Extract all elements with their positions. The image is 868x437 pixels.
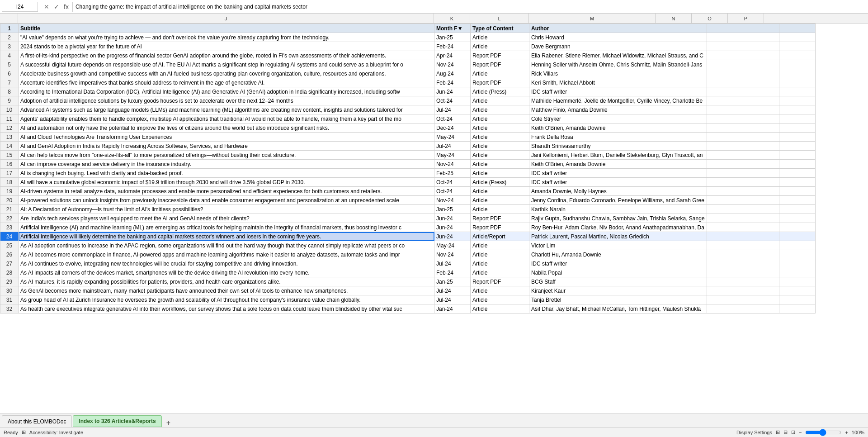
cell-month-25[interactable]: May-24 bbox=[434, 241, 471, 250]
cell-p-31[interactable] bbox=[779, 295, 815, 304]
cell-month-29[interactable]: Jan-25 bbox=[434, 277, 471, 286]
cell-author-28[interactable]: Nabila Popal bbox=[529, 268, 707, 277]
cell-p-21[interactable] bbox=[779, 205, 815, 214]
cell-p-3[interactable] bbox=[779, 42, 815, 51]
cell-subtitle-31[interactable]: As group head of AI at Zurich Insurance … bbox=[19, 295, 434, 304]
cell-p-9[interactable] bbox=[779, 96, 815, 105]
cell-subtitle-16[interactable]: AI can improve coverage and service deli… bbox=[19, 160, 434, 169]
cell-subtitle-4[interactable]: A first-of-its-kind perspective on the p… bbox=[19, 51, 434, 60]
cell-n-10[interactable] bbox=[707, 105, 743, 114]
cell-month-32[interactable]: Jan-24 bbox=[434, 304, 471, 314]
cell-reference-box[interactable] bbox=[2, 2, 38, 12]
cell-o-9[interactable] bbox=[743, 96, 779, 105]
cell-p-18[interactable] bbox=[779, 178, 815, 187]
cell-month-30[interactable]: Jul-24 bbox=[434, 286, 471, 295]
cell-author-3[interactable]: Dave Bergmann bbox=[529, 42, 707, 51]
cell-o-22[interactable] bbox=[743, 214, 779, 223]
cell-type-13[interactable]: Article bbox=[471, 133, 529, 142]
add-tab-button[interactable]: + bbox=[163, 419, 174, 427]
cell-author-24[interactable]: Patrick Laurent, Pascal Martino, Nicolas… bbox=[529, 232, 707, 241]
cell-subtitle-20[interactable]: AI-powered solutions can unlock insights… bbox=[19, 196, 434, 205]
cell-p-2[interactable] bbox=[779, 33, 815, 42]
cell-p-5[interactable] bbox=[779, 60, 815, 69]
cell-o-3[interactable] bbox=[743, 42, 779, 51]
cell-month-20[interactable]: Nov-24 bbox=[434, 196, 471, 205]
col-header-l[interactable]: L bbox=[470, 14, 529, 23]
cell-p-29[interactable] bbox=[779, 277, 815, 286]
cell-month-18[interactable]: Oct-24 bbox=[434, 178, 471, 187]
header-month[interactable]: Month F▼ bbox=[434, 24, 471, 33]
cell-o-8[interactable] bbox=[743, 87, 779, 96]
cell-month-31[interactable]: Jul-24 bbox=[434, 295, 471, 304]
cell-type-26[interactable]: Article bbox=[471, 250, 529, 259]
formula-input[interactable] bbox=[72, 2, 866, 12]
cell-p-15[interactable] bbox=[779, 151, 815, 160]
zoom-out-icon[interactable]: − bbox=[799, 430, 802, 435]
cell-n-13[interactable] bbox=[707, 133, 743, 142]
cell-o-31[interactable] bbox=[743, 295, 779, 304]
cell-month-28[interactable]: Feb-24 bbox=[434, 268, 471, 277]
cell-type-10[interactable]: Article bbox=[471, 105, 529, 114]
cell-author-29[interactable]: BCG Staff bbox=[529, 277, 707, 286]
cell-n-2[interactable] bbox=[707, 33, 743, 42]
cell-month-14[interactable]: Jul-24 bbox=[434, 142, 471, 151]
cell-type-25[interactable]: Article bbox=[471, 241, 529, 250]
cell-n-18[interactable] bbox=[707, 178, 743, 187]
cell-type-19[interactable]: Article bbox=[471, 187, 529, 196]
cell-subtitle-19[interactable]: AI-driven systems in retail analyze data… bbox=[19, 187, 434, 196]
cell-n-22[interactable] bbox=[707, 214, 743, 223]
cell-type-15[interactable]: Article bbox=[471, 151, 529, 160]
col-header-p[interactable]: P bbox=[728, 14, 764, 23]
cell-o-11[interactable] bbox=[743, 114, 779, 124]
cell-author-2[interactable]: Chris Howard bbox=[529, 33, 707, 42]
cell-type-3[interactable]: Article bbox=[471, 42, 529, 51]
cell-type-6[interactable]: Article bbox=[471, 69, 529, 78]
cell-subtitle-13[interactable]: AI and Cloud Technologies Are Transformi… bbox=[19, 133, 434, 142]
cell-subtitle-7[interactable]: Accenture identifies five imperatives th… bbox=[19, 78, 434, 87]
cell-subtitle-3[interactable]: 2024 stands to be a pivotal year for the… bbox=[19, 42, 434, 51]
cell-n-21[interactable] bbox=[707, 205, 743, 214]
col-header-k[interactable]: K bbox=[434, 14, 470, 23]
cell-author-8[interactable]: IDC staff writer bbox=[529, 87, 707, 96]
cell-month-10[interactable]: Jul-24 bbox=[434, 105, 471, 114]
cell-o-4[interactable] bbox=[743, 51, 779, 60]
col-header-n[interactable]: N bbox=[656, 14, 692, 23]
cell-p-32[interactable] bbox=[779, 304, 815, 314]
cell-p-14[interactable] bbox=[779, 142, 815, 151]
cell-n-32[interactable] bbox=[707, 304, 743, 314]
col-header-o[interactable]: O bbox=[692, 14, 728, 23]
cell-n-16[interactable] bbox=[707, 160, 743, 169]
cell-p-23[interactable] bbox=[779, 223, 815, 232]
view-normal-icon[interactable]: ⊞ bbox=[776, 429, 780, 435]
sheet-body[interactable]: 1 Subtitle Month F▼ Type of Content Auth… bbox=[0, 24, 868, 413]
cell-month-12[interactable]: Dec-24 bbox=[434, 124, 471, 133]
cell-type-28[interactable]: Article bbox=[471, 268, 529, 277]
cell-o-19[interactable] bbox=[743, 187, 779, 196]
cell-p-25[interactable] bbox=[779, 241, 815, 250]
cell-subtitle-24[interactable]: Artificial intelligence will likely dete… bbox=[19, 232, 434, 241]
cell-type-12[interactable]: Article bbox=[471, 124, 529, 133]
cell-author-18[interactable]: IDC staff writer bbox=[529, 178, 707, 187]
cell-author-6[interactable]: Rick Villars bbox=[529, 69, 707, 78]
cell-type-23[interactable]: Report PDF bbox=[471, 223, 529, 232]
cell-o-14[interactable] bbox=[743, 142, 779, 151]
cell-n-9[interactable] bbox=[707, 96, 743, 105]
cell-p-22[interactable] bbox=[779, 214, 815, 223]
cell-n-3[interactable] bbox=[707, 42, 743, 51]
cell-o-30[interactable] bbox=[743, 286, 779, 295]
cell-subtitle-2[interactable]: "AI value" depends on what you're trying… bbox=[19, 33, 434, 42]
cell-p-20[interactable] bbox=[779, 196, 815, 205]
header-n[interactable] bbox=[707, 24, 743, 33]
cell-author-17[interactable]: IDC staff writer bbox=[529, 169, 707, 178]
sheet-view-normal-icon[interactable]: ⊞ bbox=[22, 429, 26, 435]
display-settings-label[interactable]: Display Settings bbox=[736, 430, 772, 435]
cell-o-13[interactable] bbox=[743, 133, 779, 142]
cell-subtitle-27[interactable]: As AI continues to evolve, integrating n… bbox=[19, 259, 434, 268]
cell-n-23[interactable] bbox=[707, 223, 743, 232]
cell-type-16[interactable]: Article bbox=[471, 160, 529, 169]
zoom-slider[interactable] bbox=[805, 429, 841, 436]
cell-author-25[interactable]: Victor Lim bbox=[529, 241, 707, 250]
cell-type-9[interactable]: Article bbox=[471, 96, 529, 105]
cell-type-21[interactable]: Article bbox=[471, 205, 529, 214]
cell-type-30[interactable]: Article bbox=[471, 286, 529, 295]
